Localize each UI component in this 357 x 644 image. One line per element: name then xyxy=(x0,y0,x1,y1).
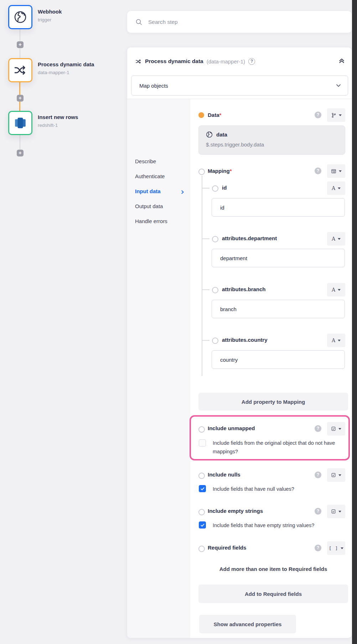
chevron-down-icon xyxy=(336,83,341,88)
string-type-selector[interactable]: A xyxy=(327,181,345,195)
caret-down-icon xyxy=(338,187,341,189)
caret-down-icon xyxy=(338,238,341,240)
nav-item-describe[interactable]: Describe xyxy=(135,158,156,167)
mapping-value-box xyxy=(212,300,345,318)
field-label-mapping: Mapping* xyxy=(208,168,232,174)
search-step-input[interactable] xyxy=(148,19,334,26)
caret-down-icon xyxy=(338,289,341,291)
mapping-type-selector[interactable] xyxy=(327,164,345,178)
boolean-type-selector[interactable] xyxy=(327,505,345,518)
search-step-bar xyxy=(127,11,352,33)
scrollbar[interactable] xyxy=(352,0,357,644)
mapping-item-radio[interactable] xyxy=(212,338,218,344)
field-radio-required-fields[interactable] xyxy=(198,546,205,552)
field-radio-include-empty-strings[interactable] xyxy=(198,509,205,515)
include-unmapped-checkbox[interactable] xyxy=(199,439,206,447)
help-icon[interactable]: ? xyxy=(315,508,321,515)
mapping-item-radio[interactable] xyxy=(212,236,218,242)
node-subtitle: trigger xyxy=(38,17,51,22)
nav-item-output-data[interactable]: Output data xyxy=(135,203,163,212)
include-nulls-checkbox[interactable] xyxy=(199,485,206,492)
caret-down-icon xyxy=(338,474,341,476)
help-icon[interactable]: ? xyxy=(315,425,321,432)
string-type-selector[interactable]: A xyxy=(327,334,345,347)
caret-down-icon xyxy=(339,114,342,116)
data-type-selector[interactable] xyxy=(327,108,345,122)
mapping-value-input[interactable] xyxy=(219,249,338,267)
show-advanced-properties-button[interactable]: Show advanced properties xyxy=(199,615,296,633)
collapse-panel-icon[interactable] xyxy=(338,57,345,64)
add-step-button[interactable]: + xyxy=(17,95,24,102)
nav-item-handle-errors[interactable]: Handle errors xyxy=(135,218,167,227)
mapping-item-radio[interactable] xyxy=(212,185,218,192)
add-step-button[interactable]: + xyxy=(17,41,24,48)
caret-down-icon xyxy=(338,340,341,341)
mapping-value-input[interactable] xyxy=(219,199,338,216)
workflow-node-redshift[interactable] xyxy=(8,111,32,135)
jsonpath-chip[interactable]: data $.steps.trigger.body.data xyxy=(198,125,345,155)
node-subtitle: data-mapper-1 xyxy=(38,70,69,75)
include-unmapped-description: Include fields from the original object … xyxy=(213,439,336,456)
tree-tick xyxy=(202,340,209,341)
tree-tick xyxy=(202,238,209,239)
mapping-value-input[interactable] xyxy=(219,351,338,369)
field-radio-mapping[interactable] xyxy=(198,169,205,175)
include-empty-strings-checkbox[interactable] xyxy=(199,521,206,529)
operation-select[interactable]: Map objects xyxy=(131,76,348,96)
checkbox-type-icon xyxy=(331,509,336,514)
help-icon[interactable]: ? xyxy=(315,168,321,174)
chevron-right-icon xyxy=(180,190,185,195)
string-type-selector[interactable]: A xyxy=(327,283,345,297)
workflow-builder-page: Webhook trigger + Process dynamic data d… xyxy=(0,0,357,644)
node-title: Webhook xyxy=(38,9,62,15)
caret-down-icon xyxy=(338,511,341,512)
checkbox-type-icon xyxy=(331,426,336,431)
search-icon xyxy=(135,19,143,26)
connector-redshift-end xyxy=(20,134,20,150)
workflow-node-webhook[interactable] xyxy=(8,5,32,29)
shuffle-icon xyxy=(13,63,28,78)
operation-select-value: Map objects xyxy=(139,83,168,89)
workflow-node-data-mapper[interactable] xyxy=(8,58,32,82)
mapping-item-radio[interactable] xyxy=(212,287,218,293)
step-properties-panel: Process dynamic data (data-mapper-1) ? M… xyxy=(127,47,352,638)
node-subtitle: redshift-1 xyxy=(38,123,58,128)
field-label-data: Data* xyxy=(208,112,221,118)
boolean-type-selector[interactable] xyxy=(327,422,345,436)
tree-tick xyxy=(202,188,209,189)
field-radio-include-nulls[interactable] xyxy=(198,473,205,479)
panel-nav: Describe Authenticate Input data Output … xyxy=(127,99,190,638)
field-label-include-nulls: Include nulls xyxy=(208,472,240,478)
mapping-tree-line xyxy=(202,176,202,376)
nav-item-authenticate[interactable]: Authenticate xyxy=(135,173,165,182)
globe-icon xyxy=(206,131,213,138)
help-icon[interactable]: ? xyxy=(315,545,321,551)
help-icon[interactable]: ? xyxy=(315,112,321,118)
array-type-icon: [ ] xyxy=(329,546,338,551)
add-step-button[interactable]: + xyxy=(17,150,24,156)
panel-title: Process dynamic data xyxy=(145,58,203,65)
chip-jsonpath: $.steps.trigger.body.data xyxy=(206,141,264,148)
chip-name: data xyxy=(216,132,227,138)
node-title: Insert new rows xyxy=(38,114,78,120)
add-property-to-mapping-button[interactable]: Add property to Mapping xyxy=(198,393,348,411)
nav-item-input-data[interactable]: Input data xyxy=(135,188,161,197)
help-icon[interactable]: ? xyxy=(248,58,255,65)
mapping-item-label: attributes.branch xyxy=(222,286,266,292)
help-icon[interactable]: ? xyxy=(315,472,321,478)
mapping-item-label: attributes.department xyxy=(222,235,277,241)
boolean-type-selector[interactable] xyxy=(327,468,345,482)
string-type-selector[interactable]: A xyxy=(327,232,345,246)
string-type-icon: A xyxy=(332,185,335,191)
field-radio-include-unmapped[interactable] xyxy=(198,426,205,433)
branch-icon xyxy=(331,113,336,118)
mapping-value-input[interactable] xyxy=(219,300,338,318)
field-status-dot xyxy=(198,112,204,118)
include-nulls-description: Include fields that have null values? xyxy=(213,485,294,493)
add-to-required-fields-button[interactable]: Add to Required fields xyxy=(198,584,348,603)
panel-step-id: (data-mapper-1) xyxy=(207,58,245,65)
panel-header: Process dynamic data (data-mapper-1) ? xyxy=(135,56,255,67)
mapping-item-label: attributes.country xyxy=(222,337,268,343)
field-label-include-empty-strings: Include empty strings xyxy=(208,508,263,514)
array-type-selector[interactable]: [ ] xyxy=(327,541,345,555)
